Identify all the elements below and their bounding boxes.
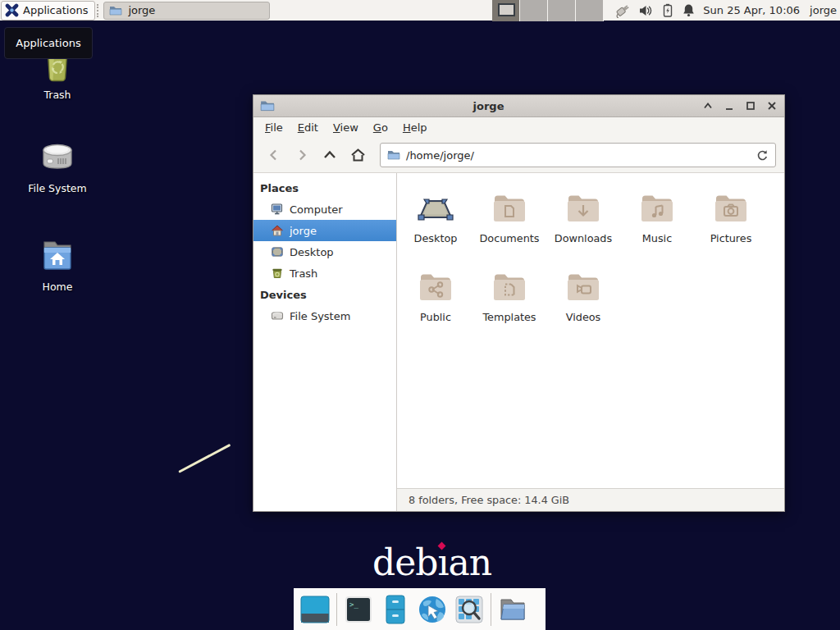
taskbar-window-label: jorge (128, 4, 155, 16)
dock-separator (336, 593, 337, 626)
menu-go[interactable]: Go (367, 119, 395, 136)
applications-tooltip: Applications (4, 27, 93, 59)
directory-icon[interactable] (497, 594, 528, 625)
minimize-button[interactable] (724, 100, 735, 112)
documents-folder-icon (490, 188, 529, 227)
home-folder-icon (36, 235, 79, 277)
desktop-icon-filesystem[interactable]: File System (18, 136, 97, 194)
desktop-icon (271, 245, 284, 258)
workspace-4[interactable] (576, 0, 604, 21)
harddrive-icon (271, 309, 284, 322)
workspace-3[interactable] (548, 0, 576, 21)
volume-icon[interactable] (639, 4, 653, 17)
maximize-button[interactable] (745, 100, 756, 112)
up-button[interactable] (317, 143, 342, 167)
file-item-label: Documents (480, 232, 540, 244)
back-button[interactable] (262, 143, 286, 167)
path-bar[interactable]: /home/jorge/ (380, 143, 776, 167)
downloads-folder-icon (564, 188, 603, 227)
sidebar-item-filesystem[interactable]: File System (253, 305, 396, 326)
music-folder-icon (637, 188, 677, 227)
sidebar-item-label: Trash (290, 267, 317, 280)
sidebar-item-label: Desktop (290, 246, 334, 258)
sidebar-item-home[interactable]: jorge (253, 220, 396, 241)
sidebar-header-places: Places (253, 177, 396, 199)
window-title: jorge (275, 100, 702, 112)
close-button[interactable] (766, 100, 778, 112)
panel-user-label[interactable]: jorge (810, 4, 837, 16)
file-item-desktop[interactable]: Desktop (399, 181, 472, 260)
reload-icon[interactable] (756, 149, 769, 162)
home-icon (271, 224, 284, 237)
show-desktop-icon[interactable] (299, 594, 331, 625)
workspace-switcher (492, 0, 604, 21)
shade-button[interactable] (702, 100, 714, 112)
desktop-icon-home[interactable]: Home (18, 235, 97, 293)
forward-icon (295, 148, 308, 162)
panel-clock[interactable]: Sun 25 Apr, 10:06 (703, 4, 800, 16)
file-item-downloads[interactable]: Downloads (546, 181, 620, 260)
home-icon (350, 148, 366, 162)
desktop-icon-label: Home (43, 281, 73, 293)
file-item-videos[interactable]: Videos (546, 260, 620, 339)
path-input[interactable]: /home/jorge/ (406, 149, 751, 162)
sidebar-header-devices: Devices (253, 284, 396, 305)
debian-logo-text: deb (372, 541, 437, 583)
path-folder-icon (387, 148, 400, 162)
harddrive-icon (36, 136, 79, 179)
file-item-label: Videos (566, 311, 601, 323)
sidebar-item-label: Computer (290, 203, 343, 216)
sidebar-item-computer[interactable]: Computer (253, 199, 396, 220)
file-item-pictures[interactable]: Pictures (694, 181, 768, 260)
application-finder-icon[interactable] (454, 594, 485, 625)
network-cable-icon[interactable] (614, 3, 630, 18)
debian-logo-text: an (448, 541, 491, 583)
file-item-music[interactable]: Music (620, 181, 694, 260)
forward-button[interactable] (290, 143, 314, 167)
statusbar: 8 folders, Free space: 14.4 GiB (397, 488, 784, 511)
battery-icon[interactable] (662, 3, 673, 17)
menubar: File Edit View Go Help (253, 117, 784, 138)
tooltip-text: Applications (16, 37, 80, 49)
dock: >_ (294, 588, 546, 630)
file-item-templates[interactable]: Templates (472, 260, 546, 339)
desktop-icon-label: File System (28, 182, 87, 194)
menu-file[interactable]: File (258, 119, 290, 136)
trash-icon (271, 267, 284, 280)
sidebar-item-trash[interactable]: Trash (253, 262, 396, 284)
up-icon (322, 148, 337, 162)
menu-view[interactable]: View (326, 119, 365, 136)
menu-edit[interactable]: Edit (291, 119, 325, 136)
file-item-documents[interactable]: Documents (472, 181, 546, 260)
pictures-folder-icon (711, 188, 751, 227)
file-cabinet-icon[interactable] (380, 594, 411, 625)
file-item-public[interactable]: Public (399, 260, 472, 339)
applications-menu-icon (5, 3, 19, 17)
system-tray (614, 3, 695, 18)
file-list: Desktop Documents (397, 173, 784, 488)
file-item-label: Music (642, 232, 672, 244)
sidebar-item-desktop[interactable]: Desktop (253, 241, 396, 262)
folder-icon (109, 4, 122, 17)
notifications-bell-icon[interactable] (682, 3, 695, 17)
sidebar: Places Computer jorge (253, 173, 397, 511)
workspace-2[interactable] (520, 0, 548, 21)
applications-menu-button[interactable]: Applications (1, 1, 95, 21)
dock-separator (491, 593, 491, 626)
taskbar-window-button[interactable]: jorge (103, 2, 270, 20)
computer-icon (271, 203, 284, 216)
web-browser-icon[interactable] (417, 594, 448, 625)
file-item-label: Pictures (710, 232, 752, 244)
file-item-label: Templates (482, 311, 536, 323)
public-folder-icon (416, 267, 455, 306)
workspace-1[interactable] (492, 0, 520, 21)
file-manager-window: jorge File Edit View Go Help (253, 94, 785, 512)
panel-grip (97, 4, 102, 17)
titlebar[interactable]: jorge (253, 95, 784, 117)
menu-help[interactable]: Help (396, 119, 434, 136)
videos-folder-icon (564, 267, 603, 306)
terminal-icon[interactable]: >_ (343, 594, 374, 625)
applications-menu-label: Applications (23, 4, 88, 16)
home-button[interactable] (345, 143, 370, 167)
back-icon (267, 148, 281, 162)
